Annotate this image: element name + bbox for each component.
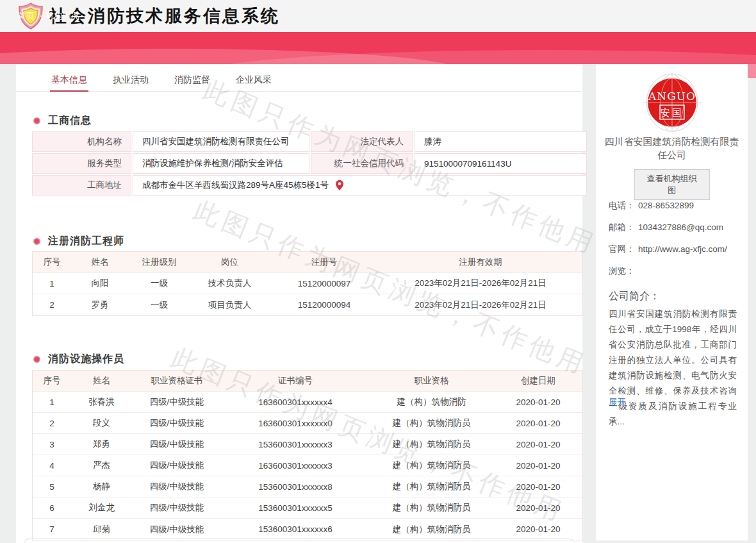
website-label: 官网： bbox=[609, 242, 638, 256]
column-header: 序号 bbox=[33, 256, 71, 268]
column-header: 创建日期 bbox=[494, 375, 582, 387]
section-bullet-icon bbox=[33, 238, 40, 245]
table-row: 1 张春洪 四级/中级技能 163600301xxxxxx4 建（构）筑物消防 … bbox=[33, 392, 582, 413]
column-header: 姓名 bbox=[71, 375, 132, 387]
next-section-box bbox=[24, 539, 574, 543]
address-value: 成都市金牛区羊西线蜀汉路289号A座45栋5楼1号 bbox=[133, 175, 587, 196]
engineers-table: 序号姓名注册级别岗位注册号注册有效期 1 向阳 一级 技术负责人 1512000… bbox=[32, 251, 583, 316]
table-row: 7 邱菊 四级/中级技能 153600301xxxxxx6 建（构）筑物消防员 … bbox=[33, 519, 582, 540]
website-value[interactable]: http://www.ag-xfjc.com/ bbox=[638, 242, 727, 256]
email-value: 1034327886@qq.com bbox=[638, 221, 723, 234]
column-header: 注册有效期 bbox=[379, 256, 582, 268]
credit-code-value: 91510000709161143U bbox=[415, 153, 587, 174]
section-bullet-icon bbox=[33, 117, 40, 124]
section-bullet-icon bbox=[33, 356, 40, 363]
email-label: 邮箱： bbox=[609, 221, 638, 234]
column-header: 职业资格 bbox=[369, 375, 494, 387]
table-row: 6 刘金龙 四级/中级技能 153600301xxxxxx5 建（构）筑物消防员… bbox=[33, 497, 582, 519]
legal-rep-value: 滕涛 bbox=[415, 131, 587, 152]
column-header: 序号 bbox=[33, 375, 71, 387]
tab-item[interactable]: 基本信息 bbox=[50, 72, 88, 91]
column-header: 职业资格证书 bbox=[132, 375, 222, 387]
service-type-label: 服务类型 bbox=[32, 153, 131, 174]
business-info-table: 机构名称 四川省安国建筑消防检测有限责任公司 法定代表人 滕涛 服务类型 消防设… bbox=[32, 131, 583, 196]
main-content-panel: 基本信息执业活动消防监督企业风采 工商信息 机构名称 四川省安国建筑消防检测有限… bbox=[16, 64, 583, 543]
anguo-company-logo: ANGUO 安国 bbox=[641, 73, 703, 132]
page-title: 社会消防技术服务信息系统 bbox=[49, 4, 280, 28]
phone-label: 电话： bbox=[609, 199, 638, 212]
column-header: 注册级别 bbox=[129, 256, 190, 268]
credit-code-label: 统一社会信用代码 bbox=[311, 153, 413, 174]
svg-text:安国: 安国 bbox=[661, 107, 684, 119]
table-row: 2 罗勇 一级 项目负责人 15120000094 2023年02月21日-20… bbox=[33, 294, 582, 315]
breadcrumb-current: 机构概况 bbox=[46, 11, 79, 21]
column-header: 注册号 bbox=[270, 256, 379, 268]
breadcrumb-home-link[interactable]: 首页 bbox=[18, 11, 35, 21]
tab-item[interactable]: 执业活动 bbox=[111, 72, 150, 91]
views-label: 浏览： bbox=[609, 264, 638, 278]
svg-text:ANGUO: ANGUO bbox=[648, 90, 696, 103]
tab-item[interactable]: 企业风采 bbox=[234, 72, 273, 91]
breadcrumb-separator: > bbox=[38, 11, 43, 21]
breadcrumb: 首页>机构概况 bbox=[18, 10, 79, 22]
sidebar-company-name: 四川省安国建筑消防检测有限责任公司 bbox=[602, 135, 741, 162]
engineers-table-header: 序号姓名注册级别岗位注册号注册有效期 bbox=[33, 252, 582, 273]
service-type-value: 消防设施维护保养检测/消防安全评估 bbox=[133, 153, 309, 174]
section-title-business-info: 工商信息 bbox=[33, 114, 92, 128]
address-label: 工商地址 bbox=[32, 175, 131, 196]
view-org-chart-button[interactable]: 查看机构组织图 bbox=[634, 169, 710, 200]
section-title-operators: 消防设施操作员 bbox=[33, 353, 124, 366]
legal-rep-label: 法定代表人 bbox=[311, 131, 413, 152]
sidebar: ANGUO 安国 四川省安国建筑消防检测有限责任公司 查看机构组织图 电话： 0… bbox=[596, 64, 748, 540]
banner bbox=[0, 32, 756, 64]
phone-value: 028-86532899 bbox=[638, 199, 694, 212]
column-header: 岗位 bbox=[190, 256, 270, 268]
map-pin-icon[interactable] bbox=[335, 180, 344, 191]
tab-item[interactable]: 消防监督 bbox=[173, 72, 211, 91]
org-name-value: 四川省安国建筑消防检测有限责任公司 bbox=[133, 131, 309, 152]
operators-table: 序号姓名职业资格证书证书编号职业资格创建日期 1 张春洪 四级/中级技能 163… bbox=[32, 370, 583, 540]
operators-table-body: 1 张春洪 四级/中级技能 163600301xxxxxx4 建（构）筑物消防 … bbox=[33, 392, 582, 540]
column-header: 姓名 bbox=[71, 256, 129, 268]
tab-bar: 基本信息执业活动消防监督企业风采 bbox=[16, 72, 581, 92]
table-row: 2 段义 四级/中级技能 163600301xxxxxx0 建（构）筑物消防员 … bbox=[33, 413, 582, 434]
column-header: 证书编号 bbox=[222, 375, 369, 387]
app-header: 社会消防技术服务信息系统 bbox=[0, 0, 756, 32]
table-row: 5 杨静 四级/中级技能 153600301xxxxxx8 建（构）筑物消防员 … bbox=[33, 476, 582, 497]
operators-table-header: 序号姓名职业资格证书证书编号职业资格创建日期 bbox=[33, 371, 582, 392]
table-row: 4 严杰 四级/中级技能 163600301xxxxxx3 建（构）筑物消防员 … bbox=[33, 455, 582, 476]
expand-link[interactable]: 展开 bbox=[609, 397, 626, 408]
company-intro-title: 公司简介： bbox=[609, 290, 660, 303]
company-intro-text: 四川省安国建筑消防检测有限责任公司，成立于1998年，经四川省公安消防总队批准，… bbox=[609, 306, 737, 430]
engineers-table-body: 1 向阳 一级 技术负责人 15120000097 2023年02月21日-20… bbox=[33, 273, 582, 315]
table-row: 3 郑勇 四级/中级技能 153600301xxxxxx3 建（构）筑物消防员 … bbox=[33, 434, 582, 455]
section-title-engineers: 注册消防工程师 bbox=[33, 235, 124, 248]
table-row: 1 向阳 一级 技术负责人 15120000097 2023年02月21日-20… bbox=[33, 273, 582, 294]
contact-info: 电话： 028-86532899 邮箱： 1034327886@qq.com 官… bbox=[609, 199, 737, 286]
org-name-label: 机构名称 bbox=[32, 131, 131, 152]
